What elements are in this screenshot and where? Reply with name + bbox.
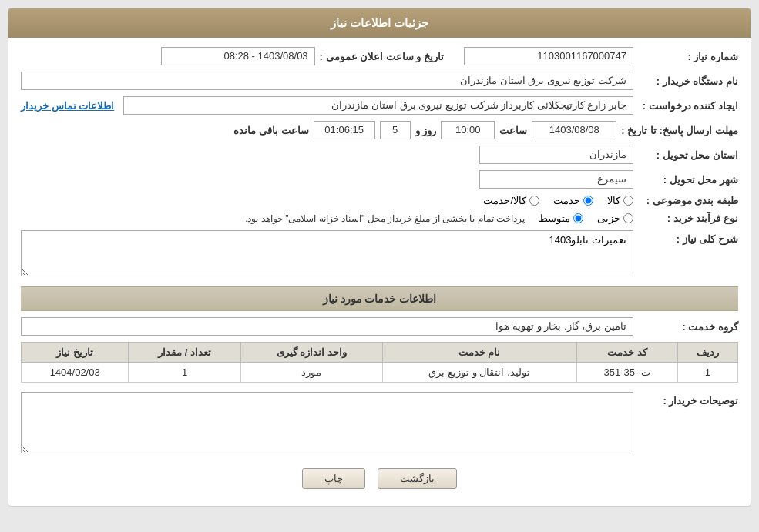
back-button[interactable]: بازگشت xyxy=(378,468,457,489)
cell-kod: ت -35-351 xyxy=(576,363,677,383)
label-tarikh: تاریخ و ساعت اعلان عمومی : xyxy=(320,51,444,62)
row-tosif: توصیحات خریدار : xyxy=(21,392,738,456)
row-sharh: شرح کلی نیاز : تعمیرات تابلو1403 xyxy=(21,230,738,279)
radio-jozii-input[interactable] xyxy=(623,213,633,223)
row-namdastgah: نام دستگاه خریدار : شرکت توزیع نیروی برق… xyxy=(21,72,738,90)
main-card: جزئیات اطلاعات نیاز شماره نیاز : 1103001… xyxy=(8,8,751,507)
value-namdastgah: شرکت توزیع نیروی برق استان مازندران xyxy=(21,72,633,90)
cell-tarikh: 1404/02/03 xyxy=(22,363,129,383)
row-mohlat: مهلت ارسال پاسخ: تا تاریخ : 1403/08/08 س… xyxy=(21,121,738,139)
section-header-khadamat: اطلاعات خدمات مورد نیاز xyxy=(21,286,738,311)
radio-khedmat-input[interactable] xyxy=(583,196,593,206)
label-saat: ساعت xyxy=(499,125,527,136)
radio-kala-label: کالا xyxy=(607,195,620,206)
radio-khedmat-label: خدمت xyxy=(553,195,580,206)
card-body: شماره نیاز : 1103001167000747 تاریخ و سا… xyxy=(8,38,751,506)
radio-motavaset-input[interactable] xyxy=(573,213,583,223)
label-shomare: شماره نیاز : xyxy=(638,51,738,62)
col-kod: کد خدمت xyxy=(576,343,677,363)
print-button[interactable]: چاپ xyxy=(302,468,365,489)
page-container: جزئیات اطلاعات نیاز شماره نیاز : 1103001… xyxy=(0,0,759,532)
farayand-radio-group: جزیی متوسط xyxy=(539,212,633,224)
value-roz: 5 xyxy=(380,121,411,139)
radio-kala-input[interactable] xyxy=(623,196,633,206)
page-title: جزئیات اطلاعات نیاز xyxy=(331,16,428,29)
col-tedad: تعداد / مقدار xyxy=(129,343,241,363)
value-baghi: 01:06:15 xyxy=(314,121,375,139)
col-vahed: واحد اندازه گیری xyxy=(240,343,382,363)
cell-radif: 1 xyxy=(677,363,737,383)
radio-kala: کالا xyxy=(607,195,633,206)
card-header: جزئیات اطلاعات نیاز xyxy=(8,8,751,38)
value-shahr: سیمرغ xyxy=(479,170,633,189)
radio-jozii: جزیی xyxy=(597,212,633,224)
label-mohlat: مهلت ارسال پاسخ: تا تاریخ : xyxy=(621,125,738,136)
value-tarikh: 1403/08/03 - 08:28 xyxy=(161,47,315,65)
radio-motavaset: متوسط xyxy=(539,212,583,224)
col-tarikh: تاریخ نیاز xyxy=(22,343,129,363)
btn-row: بازگشت چاپ xyxy=(21,468,738,489)
services-table: ردیف کد خدمت نام خدمت واحد اندازه گیری ت… xyxy=(21,342,738,383)
radio-kala-khedmat: کالا/خدمت xyxy=(483,195,539,206)
row-tabaqe: طبقه بندی موضوعی : کالا خدمت کالا/خدمت xyxy=(21,195,738,206)
radio-kalakhedmat-input[interactable] xyxy=(529,196,539,206)
row-shomare-tarikh: شماره نیاز : 1103001167000747 تاریخ و سا… xyxy=(21,47,738,65)
label-baghi: ساعت باقی مانده xyxy=(233,125,308,136)
row-ostan: استان محل تحویل : مازندران xyxy=(21,146,738,164)
table-body: 1 ت -35-351 تولید، انتقال و توزیع برق مو… xyxy=(22,363,738,383)
value-shomare: 1103001167000747 xyxy=(464,47,633,65)
radio-khedmat: خدمت xyxy=(553,195,593,206)
row-ijad: ایجاد کننده درخواست : جابر زارع کارتیچکل… xyxy=(21,96,738,115)
cell-tedad: 1 xyxy=(129,363,241,383)
radio-kalakhedmat-label: کالا/خدمت xyxy=(483,195,526,206)
table-header-row: ردیف کد خدمت نام خدمت واحد اندازه گیری ت… xyxy=(22,343,738,363)
link-ettelaat[interactable]: اطلاعات تماس خریدار xyxy=(21,100,114,112)
label-roz: روز و xyxy=(415,125,437,136)
label-ostan: استان محل تحویل : xyxy=(638,149,738,161)
label-sharh: شرح کلی نیاز : xyxy=(638,233,738,245)
value-ijad: جابر زارع کارتیچکلائی کاربرداز شرکت توزی… xyxy=(123,96,633,115)
label-ijad: ایجاد کننده درخواست : xyxy=(638,100,738,112)
radio-motavaset-label: متوسط xyxy=(539,212,570,224)
label-farayand: نوع فرآیند خرید : xyxy=(638,212,738,224)
col-radif: ردیف xyxy=(677,343,737,363)
label-tabaqe: طبقه بندی موضوعی : xyxy=(638,195,738,206)
tabaqe-radio-group: کالا خدمت کالا/خدمت xyxy=(483,195,633,206)
tosif-wrapper xyxy=(21,392,633,456)
value-mohlat-date: 1403/08/08 xyxy=(532,121,616,139)
cell-nam: تولید، انتقال و توزیع برق xyxy=(382,363,576,383)
tosif-textarea[interactable] xyxy=(21,392,633,453)
row-goroh: گروه خدمت : تامین برق، گاز، بخار و تهویه… xyxy=(21,317,738,336)
label-goroh: گروه خدمت : xyxy=(638,321,738,333)
sharh-textarea[interactable]: تعمیرات تابلو1403 xyxy=(21,230,633,276)
farayand-note: پرداخت تمام یا بخشی از مبلغ خریداز محل "… xyxy=(245,213,525,224)
value-goroh: تامین برق، گاز، بخار و تهویه هوا xyxy=(21,317,633,336)
radio-jozii-label: جزیی xyxy=(597,212,620,224)
table-row: 1 ت -35-351 تولید، انتقال و توزیع برق مو… xyxy=(22,363,738,383)
label-tosif: توصیحات خریدار : xyxy=(638,395,738,407)
cell-vahed: مورد xyxy=(240,363,382,383)
row-farayand: نوع فرآیند خرید : جزیی متوسط پرداخت تمام… xyxy=(21,212,738,224)
row-shahr: شهر محل تحویل : سیمرغ xyxy=(21,170,738,189)
table-section: ردیف کد خدمت نام خدمت واحد اندازه گیری ت… xyxy=(21,342,738,383)
value-saat: 10:00 xyxy=(441,121,495,139)
label-namdastgah: نام دستگاه خریدار : xyxy=(638,75,738,87)
sharh-wrapper: تعمیرات تابلو1403 xyxy=(21,230,633,279)
col-nam: نام خدمت xyxy=(382,343,576,363)
value-ostan: مازندران xyxy=(479,146,633,164)
label-shahr: شهر محل تحویل : xyxy=(638,174,738,186)
